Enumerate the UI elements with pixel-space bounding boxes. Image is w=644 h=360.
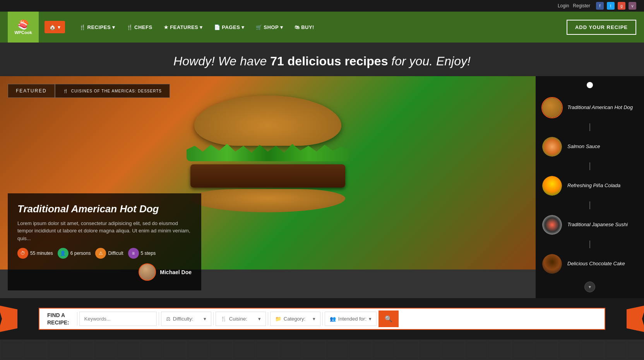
sidebar-top-dot — [587, 82, 593, 88]
vimeo-icon[interactable]: v — [629, 2, 636, 10]
sidebar-item-5[interactable]: Delicious Chocolate Cake — [536, 250, 644, 278]
login-link[interactable]: Login — [558, 3, 569, 9]
divider-2 — [213, 312, 214, 326]
thumb-salmon-img — [542, 137, 562, 157]
category-dropdown-icon: ▾ — [313, 316, 315, 322]
pages-icon: 📄 — [214, 24, 221, 30]
googleplus-icon[interactable]: g — [618, 2, 625, 10]
thumb-cake-img — [542, 254, 562, 274]
sidebar-connector-4 — [589, 241, 590, 248]
hero-title: Howdy! We have 71 delicious recipes for … — [0, 43, 644, 76]
find-recipe-label: FIND ARECIPE: — [41, 312, 75, 326]
recipe-sidebar: Traditional American Hot Dog Salmon Sauc… — [536, 76, 644, 298]
sidebar-label-3: Refreshing Piña Colada — [567, 183, 620, 189]
nav-item-pages[interactable]: 📄 PAGES ▾ — [209, 21, 249, 33]
sidebar-item-1[interactable]: Traditional American Hot Dog — [536, 94, 644, 121]
keywords-input[interactable] — [79, 312, 157, 326]
intended-select[interactable]: 👥 Intended for: ▾ — [325, 312, 377, 326]
bun-bottom — [190, 189, 345, 212]
steps-badge: ≡ 5 steps — [128, 248, 156, 259]
intended-label: Intended for: — [338, 316, 367, 322]
patty — [190, 164, 345, 188]
steps-icon: ≡ — [128, 248, 139, 259]
divider-1 — [159, 312, 159, 326]
difficulty-icon: ⚠ — [95, 248, 106, 259]
difficulty-dropdown-icon: ▾ — [204, 316, 206, 322]
twitter-icon[interactable]: t — [607, 2, 615, 10]
thumb-sushi-img — [542, 215, 562, 235]
logo-icon: 🍣 — [17, 19, 29, 30]
social-icons: f t g v — [596, 2, 636, 10]
sidebar-next-arrow[interactable]: ▾ — [584, 282, 595, 292]
nav-pages-label: PAGES — [222, 24, 240, 30]
nav-item-buy[interactable]: 🛍 BUY! — [290, 21, 319, 33]
cuisine-select[interactable]: 🍴 Cuisine: ▾ — [216, 312, 266, 326]
features-star-icon: ★ — [164, 24, 169, 30]
hero-title-number: 71 delicious recipes — [270, 54, 388, 68]
divider-0 — [77, 312, 77, 326]
nav-item-recipes[interactable]: 🍴 RECIPES ▾ — [75, 21, 120, 33]
home-icon: 🏠 — [49, 24, 56, 30]
search-magnify-icon: 🔍 — [385, 316, 392, 322]
slider-tabs: FEATURED 🍴 CUISINES OF THE AMERICAS: DES… — [8, 84, 170, 98]
sidebar-item-3[interactable]: Refreshing Piña Colada — [536, 172, 644, 200]
difficulty-icon: ⚖ — [166, 316, 171, 322]
register-link[interactable]: Register — [573, 3, 590, 9]
recipe-title: Traditional American Hot Dog — [17, 203, 192, 215]
sidebar-label-4: Traditional Japanese Sushi — [567, 222, 628, 228]
home-button[interactable]: 🏠 ▾ — [45, 21, 65, 33]
difficulty-badge: ⚠ Difficult — [95, 248, 123, 259]
nav-features-label: FEATURES — [170, 24, 198, 30]
difficulty-label: Difficulty: — [173, 316, 194, 322]
persons-value: 6 persons — [70, 251, 91, 256]
recipe-description: Lorem ipsum dolor sit amet, consectetur … — [17, 220, 192, 242]
add-recipe-button[interactable]: ADD YOUR RECIPE — [567, 20, 636, 35]
sidebar-item-4[interactable]: Traditional Japanese Sushi — [536, 211, 644, 239]
difficulty-value: Difficult — [108, 251, 123, 256]
sidebar-label-2: Salmon Sauce — [567, 143, 600, 150]
thumb-hotdog-img — [542, 98, 562, 118]
buy-icon: 🛍 — [295, 24, 300, 30]
search-inner: FIND ARECIPE: ⚖ Difficulty: ▾ 🍴 Cuisine:… — [39, 308, 605, 330]
features-dropdown-icon: ▾ — [200, 24, 203, 30]
hero-title-end: for you. Enjoy! — [391, 54, 471, 68]
facebook-icon[interactable]: f — [596, 2, 604, 10]
home-dropdown-icon: ▾ — [58, 24, 60, 30]
ribbon-right — [627, 305, 644, 333]
cuisine-label: Cuisine: — [229, 316, 247, 322]
navbar: 🍣 WPCook 🏠 ▾ 🍴 RECIPES ▾ 🍴 CHEFS ★ FEATU… — [0, 12, 644, 43]
search-button[interactable]: 🔍 — [379, 311, 399, 327]
steps-value: 5 steps — [141, 251, 156, 256]
recipe-meta: ⏱ 55 minutes 👤 6 persons ⚠ Difficult ≡ 5… — [17, 248, 192, 281]
author-name: Michael Doe — [160, 269, 192, 275]
sidebar-connector-1 — [589, 123, 590, 131]
category-select[interactable]: 📁 Category: ▾ — [270, 312, 320, 326]
tab-cuisines-icon: 🍴 — [63, 89, 68, 93]
sidebar-label-1: Traditional American Hot Dog — [567, 104, 633, 111]
cuisine-fork-icon: 🍴 — [221, 316, 227, 322]
tab-cuisines-label: CUISINES OF THE AMERICAS: DESSERTS — [71, 89, 162, 93]
sidebar-thumb-1 — [541, 97, 563, 118]
thumb-colada-img — [542, 176, 562, 196]
sidebar-item-2[interactable]: Salmon Sauce — [536, 133, 644, 160]
tab-featured[interactable]: FEATURED — [8, 84, 55, 98]
sidebar-thumb-2 — [541, 136, 563, 157]
chefs-icon: 🍴 — [127, 24, 133, 30]
nav-buy-label: BUY! — [301, 24, 314, 30]
pages-dropdown-icon: ▾ — [242, 24, 245, 30]
nav-item-chefs[interactable]: 🍴 CHEFS — [122, 21, 157, 33]
nav-item-features[interactable]: ★ FEATURES ▾ — [159, 21, 207, 33]
difficulty-select[interactable]: ⚖ Difficulty: ▾ — [161, 312, 211, 326]
top-bar: Login Register f t g v — [0, 0, 644, 12]
tab-cuisines[interactable]: 🍴 CUISINES OF THE AMERICAS: DESSERTS — [55, 84, 170, 98]
nav-shop-label: SHOP — [264, 24, 279, 30]
logo-text: WPCook — [14, 30, 32, 35]
category-folder-icon: 📁 — [275, 316, 281, 322]
ribbon-left — [0, 305, 17, 333]
nav-item-shop[interactable]: 🛒 SHOP ▾ — [251, 21, 288, 33]
top-bar-links: Login Register — [558, 3, 590, 9]
sidebar-thumb-5 — [541, 253, 563, 275]
sidebar-connector-3 — [589, 201, 590, 209]
logo[interactable]: 🍣 WPCook — [8, 12, 39, 43]
recipes-dropdown-icon: ▾ — [112, 24, 115, 30]
